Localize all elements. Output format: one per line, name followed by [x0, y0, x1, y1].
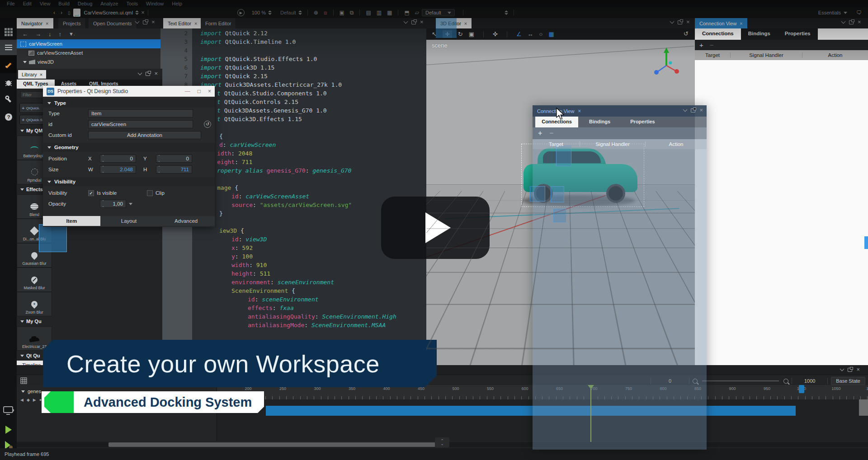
- id-field[interactable]: carViewScreen: [88, 120, 193, 128]
- close-pane-icon[interactable]: ×: [686, 20, 690, 24]
- move-right-icon[interactable]: →: [35, 31, 41, 38]
- navigator-item-carviewscreen[interactable]: carViewScreen: [17, 39, 160, 48]
- scale-tool-icon[interactable]: ▣: [469, 31, 474, 38]
- column-signal-handler[interactable]: Signal Handler: [731, 52, 802, 58]
- code-line[interactable]: idth: 2048: [217, 150, 252, 157]
- close-icon[interactable]: ×: [208, 88, 211, 94]
- grid-icon[interactable]: ▦: [387, 9, 392, 16]
- tab-navigator[interactable]: Navigator×: [17, 18, 54, 28]
- column-target[interactable]: Target: [695, 52, 731, 58]
- add-annotation-button[interactable]: Add Annotation: [88, 131, 201, 139]
- code-line[interactable]: y: 100: [231, 253, 253, 260]
- code-line[interactable]: t QtQuick.Controls 2.15: [217, 99, 298, 105]
- floating-panel-titlebar[interactable]: Connection View × ×: [533, 105, 707, 117]
- rows-icon[interactable]: ▤: [366, 9, 371, 16]
- code-line[interactable]: x: 592: [231, 244, 253, 251]
- code-line[interactable]: import QtQuick 2.15: [200, 73, 268, 80]
- position-y-field[interactable]: 0: [156, 155, 192, 163]
- close-icon[interactable]: ×: [578, 108, 581, 114]
- dock-icon[interactable]: ⬒: [404, 9, 409, 16]
- tab-properties[interactable]: Properties: [621, 117, 664, 127]
- end-frame-field[interactable]: 1000: [795, 378, 824, 384]
- prev-keyframe-icon[interactable]: ◀: [20, 398, 24, 402]
- code-line[interactable]: import QtQuick.Timeline 1.0: [200, 38, 296, 45]
- code-line[interactable]: import QtQuick 2.12: [200, 30, 268, 37]
- chevron-down-icon[interactable]: [840, 367, 844, 371]
- tab-layout[interactable]: Layout: [100, 216, 158, 226]
- chevron-down-icon[interactable]: [841, 19, 846, 24]
- size-w-field[interactable]: 2.048: [100, 165, 136, 174]
- chevron-down-icon[interactable]: [670, 19, 675, 24]
- minimize-icon[interactable]: —: [185, 88, 190, 94]
- floating-connection-view[interactable]: Connection View × × Connections Bindings…: [533, 105, 707, 450]
- code-line[interactable]: SceneEnvironment {: [231, 287, 295, 294]
- chevron-down-icon[interactable]: [404, 19, 408, 24]
- chevron-down-icon[interactable]: [129, 203, 132, 205]
- edit-box-icon[interactable]: ▱: [415, 9, 419, 16]
- chevron-down-icon[interactable]: [135, 19, 140, 24]
- close-pane-icon[interactable]: ×: [154, 71, 158, 76]
- column-action[interactable]: Action: [646, 141, 707, 147]
- menu-item[interactable]: Help: [168, 1, 186, 6]
- menu-item[interactable]: Analyze: [96, 1, 122, 6]
- filter-icon[interactable]: ▼˖: [69, 31, 75, 37]
- tab-open-documents[interactable]: Open Documents: [89, 18, 137, 28]
- add-connection-button[interactable]: +: [538, 129, 542, 137]
- code-line[interactable]: effects: fxaa: [248, 305, 294, 311]
- grid-toggle-icon[interactable]: ▦: [548, 31, 554, 38]
- tab-advanced[interactable]: Advanced: [157, 216, 215, 226]
- kit-selector-icon[interactable]: [0, 403, 17, 418]
- forward-icon[interactable]: ›: [61, 9, 62, 16]
- close-icon[interactable]: ×: [194, 21, 197, 26]
- code-line[interactable]: environment: sceneEnvironment: [231, 279, 334, 286]
- run-button[interactable]: [0, 422, 17, 437]
- type-field[interactable]: Item: [88, 109, 193, 117]
- code-line[interactable]: import QtQuick.Studio.Effects 1.0: [200, 56, 317, 62]
- add-connection-button[interactable]: +: [699, 41, 703, 49]
- timeline-zoom-slider[interactable]: [702, 380, 779, 381]
- code-line[interactable]: height: 511: [231, 270, 270, 277]
- code-line[interactable]: antialiasingQuality: SceneEnvironment.Hi…: [248, 313, 396, 320]
- code-line[interactable]: {: [219, 133, 223, 140]
- video-play-button[interactable]: [381, 197, 490, 259]
- next-keyframe-icon[interactable]: ▶: [33, 398, 36, 402]
- global-move-icon[interactable]: ↔: [528, 31, 533, 38]
- tab-connections[interactable]: Connections: [695, 28, 741, 40]
- code-line[interactable]: id: view3D: [231, 236, 267, 243]
- code-line[interactable]: iew3D {: [219, 227, 244, 234]
- menu-item[interactable]: Window: [142, 1, 168, 6]
- close-document-icon[interactable]: ×: [141, 10, 145, 15]
- projects-mode-icon[interactable]: [0, 91, 17, 107]
- back-icon[interactable]: ‹: [53, 9, 55, 16]
- move-left-icon[interactable]: ←: [22, 31, 28, 38]
- close-pane-icon[interactable]: ×: [856, 367, 860, 372]
- move-down-icon[interactable]: ↓: [48, 31, 52, 38]
- rotate-tool-icon[interactable]: ↻: [458, 31, 463, 38]
- tab-connection-view[interactable]: Connection View×: [695, 18, 748, 28]
- close-pane-icon[interactable]: ×: [420, 20, 424, 24]
- scrollbar-handle[interactable]: [108, 442, 440, 447]
- tab-bindings[interactable]: Bindings: [741, 28, 778, 40]
- menu-item[interactable]: View: [36, 1, 55, 6]
- close-icon[interactable]: ×: [40, 72, 42, 77]
- welcome-mode-icon[interactable]: [0, 24, 17, 40]
- fit-view-icon[interactable]: ✜: [493, 31, 498, 38]
- essentials-select[interactable]: Essentials: [818, 10, 847, 15]
- edit-mode-icon[interactable]: [0, 40, 17, 55]
- code-line[interactable]: t QtQuick.Studio.Components 1.0: [217, 90, 327, 97]
- navigator-item-view3d[interactable]: view3D: [17, 57, 160, 66]
- close-icon[interactable]: ×: [46, 21, 48, 26]
- preset-spinner-icon[interactable]: [298, 10, 302, 15]
- menu-item[interactable]: Tools: [122, 1, 142, 6]
- code-line[interactable]: }: [219, 210, 223, 217]
- code-line[interactable]: width: 910: [231, 262, 267, 268]
- is-visible-checkbox[interactable]: ✓Is visible: [88, 190, 117, 196]
- navigator-item-carviewscreenasset[interactable]: carViewScreenAsset: [17, 48, 160, 57]
- float-pane-icon[interactable]: [411, 20, 416, 24]
- document-spinner-icon[interactable]: [135, 10, 139, 15]
- orientation-icon[interactable]: ∠: [516, 31, 522, 38]
- tab-properties[interactable]: Properties: [778, 28, 818, 40]
- chevron-down-icon[interactable]: [683, 108, 688, 112]
- run-icon[interactable]: ▶: [237, 9, 245, 16]
- preset-left[interactable]: Default: [280, 10, 296, 15]
